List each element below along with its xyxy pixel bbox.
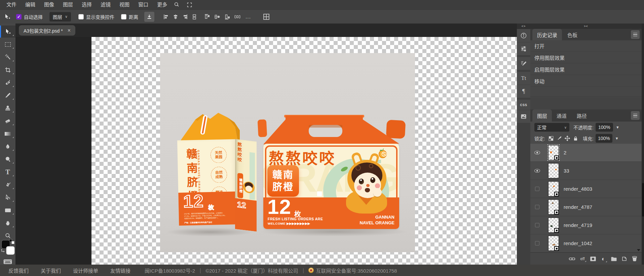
scroll-down-arrow[interactable] [637, 249, 640, 251]
move-tool[interactable] [0, 26, 15, 38]
menu-view[interactable]: 视图 [115, 0, 134, 9]
pen-tool[interactable] [0, 179, 15, 191]
clone-stamp-tool[interactable] [0, 102, 15, 114]
css-panel-icon[interactable]: css [517, 100, 530, 110]
layer-thumbnail[interactable] [548, 236, 559, 251]
gradient-tool[interactable] [0, 128, 15, 140]
background-color-swatch[interactable] [6, 246, 14, 255]
distribute-middle-icon[interactable] [214, 13, 221, 20]
text-tool[interactable]: T [0, 166, 15, 178]
paragraph-panel-icon[interactable]: ¶ [517, 85, 530, 98]
visibility-checkbox-off[interactable] [535, 241, 539, 245]
brush-settings-panel-icon[interactable] [517, 57, 530, 70]
visibility-checkbox-off[interactable] [535, 223, 539, 227]
layer-thumbnail[interactable] [548, 163, 559, 178]
auto-select-target-dropdown[interactable]: 图层 ∨ [49, 12, 71, 21]
fill-value[interactable]: 100% [596, 134, 612, 143]
shape-tool[interactable] [0, 204, 15, 216]
character-panel-icon[interactable]: Tt [517, 72, 530, 85]
tab-swatches[interactable]: 色板 [563, 29, 582, 40]
layer-row[interactable]: 33 [530, 162, 642, 180]
opacity-slider-arrow[interactable]: ▼ [616, 125, 619, 129]
layer-row[interactable]: render_4787 [530, 198, 642, 216]
menu-layer[interactable]: 图层 [59, 0, 77, 9]
auto-select-checkbox[interactable]: ✓ [16, 14, 22, 19]
tab-history[interactable]: 历史记录 [532, 29, 562, 40]
fill-slider-arrow[interactable]: ▼ [615, 136, 619, 140]
opacity-value[interactable]: 100% [596, 123, 613, 132]
lock-paint-icon[interactable] [557, 136, 562, 141]
history-step-move[interactable]: 移动 [530, 76, 642, 87]
eraser-tool[interactable] [0, 115, 15, 127]
distribute-bottom-icon[interactable] [224, 13, 231, 20]
swap-colors-icon[interactable] [1, 248, 5, 254]
new-group-folder-icon[interactable] [610, 255, 617, 263]
lock-position-icon[interactable] [565, 136, 570, 141]
tab-paths[interactable]: 路径 [572, 109, 592, 122]
layer-row[interactable]: render_4803 [530, 180, 642, 198]
crop-tool[interactable] [0, 64, 15, 76]
align-right-icon[interactable] [181, 13, 189, 20]
layer-row[interactable]: render_1042 [530, 234, 642, 252]
visibility-checkbox-off[interactable] [535, 187, 539, 191]
distance-checkbox[interactable] [121, 14, 126, 19]
align-center-horizontal-icon[interactable] [172, 13, 179, 20]
path-select-tool[interactable] [0, 191, 15, 203]
footer-link-about[interactable]: 关于我们 [41, 267, 61, 274]
tab-channels[interactable]: 通道 [552, 109, 571, 122]
dodge-tool[interactable] [0, 153, 15, 165]
more-options-ellipsis[interactable]: ... [244, 13, 252, 20]
grid-view-icon[interactable] [263, 13, 270, 20]
panel-scrollbar-thumb[interactable] [642, 183, 644, 217]
marquee-tool[interactable] [0, 38, 15, 50]
adjustment-layer-icon[interactable]: ◐ [600, 255, 607, 263]
footer-link-feedback[interactable]: 反馈我们 [8, 267, 29, 274]
document-tab[interactable]: A3包装文创2.psd * × [19, 25, 75, 36]
layer-thumbnail[interactable] [548, 218, 559, 233]
info-panel-icon[interactable] [517, 29, 530, 42]
tab-layers[interactable]: 图层 [532, 109, 552, 122]
menu-filter[interactable]: 滤镜 [96, 0, 115, 9]
layer-row[interactable]: render_4719 [530, 216, 642, 234]
align-vertical-icon[interactable] [191, 13, 198, 20]
menu-more[interactable]: 更多 [153, 0, 172, 9]
footer-link-designer[interactable]: 设计师接单 [73, 267, 98, 274]
mini-background-swatch[interactable] [11, 241, 14, 244]
brush-tool[interactable] [0, 89, 15, 101]
footer-link-friends[interactable]: 友情链接 [110, 267, 130, 274]
layer-row[interactable]: 2 [530, 144, 642, 162]
distribute-top-icon[interactable] [203, 13, 211, 20]
search-icon[interactable] [172, 1, 182, 9]
keyboard-shortcuts-icon[interactable] [0, 259, 15, 265]
align-left-icon[interactable] [162, 13, 170, 20]
menu-image[interactable]: 图像 [40, 0, 59, 9]
layer-thumbnail[interactable] [548, 145, 559, 160]
layer-thumbnail[interactable] [548, 199, 559, 215]
menu-file[interactable]: 文件 [2, 0, 21, 9]
delete-layer-trash-icon[interactable] [631, 255, 638, 263]
menu-window[interactable]: 窗口 [134, 0, 153, 9]
distribute-space-icon[interactable] [234, 13, 241, 20]
history-step-open[interactable]: 打开 [530, 40, 642, 52]
blend-mode-select[interactable]: 正常∨ [534, 123, 569, 132]
hand-tool[interactable] [0, 217, 15, 229]
collapse-strip-button[interactable]: <> [517, 24, 530, 29]
lock-all-icon[interactable] [573, 136, 578, 141]
layer-effects-button[interactable]: eff [579, 255, 586, 263]
fullscreen-icon[interactable] [184, 1, 194, 9]
download-button[interactable] [144, 12, 154, 22]
history-step-disable-effects[interactable]: 停用图层效果 [530, 52, 642, 63]
image-panel-icon[interactable] [517, 110, 530, 123]
visibility-eye-icon[interactable] [534, 151, 540, 154]
layers-panel-menu-icon[interactable] [631, 111, 640, 120]
magic-wand-tool[interactable] [0, 51, 15, 63]
visibility-checkbox-off[interactable] [535, 205, 539, 209]
healing-patch-tool[interactable] [0, 77, 15, 89]
visibility-eye-icon[interactable] [534, 169, 540, 173]
blur-tool[interactable] [0, 140, 15, 152]
close-icon[interactable]: × [68, 28, 71, 33]
link-layers-icon[interactable] [568, 255, 576, 263]
new-layer-icon[interactable] [620, 255, 628, 263]
show-transform-checkbox[interactable] [78, 14, 84, 19]
lock-transparency-icon[interactable] [548, 136, 554, 141]
